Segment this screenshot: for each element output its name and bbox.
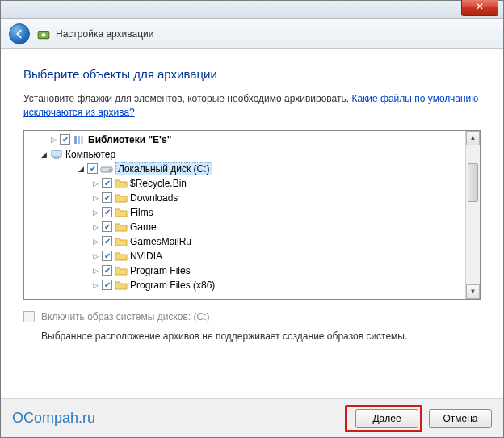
tree-node-drive[interactable]: ◢ ✔ Локальный диск (C:)	[24, 162, 465, 176]
checkbox[interactable]: ✔	[102, 251, 112, 261]
instruction-text: Установите флажки для элементов, которые…	[23, 92, 481, 120]
expander-icon[interactable]: ▷	[90, 179, 100, 188]
tree-container: ▷ ✔ Библиотеки "E's" ◢ Компьютер ◢	[23, 130, 481, 300]
expander-icon[interactable]: ▷	[90, 237, 100, 246]
node-label: $Recycle.Bin	[130, 178, 187, 189]
expander-icon[interactable]: ▷	[90, 222, 100, 232]
tree-view[interactable]: ▷ ✔ Библиотеки "E's" ◢ Компьютер ◢	[24, 131, 465, 299]
system-image-option: Включить образ системы дисков: (C:)	[23, 311, 481, 322]
tree-node-libraries[interactable]: ▷ ✔ Библиотеки "E's"	[24, 133, 465, 147]
node-label: Game	[130, 221, 157, 233]
svg-rect-3	[78, 136, 80, 144]
folder-icon	[115, 264, 128, 277]
expander-icon[interactable]: ▷	[90, 193, 100, 203]
expander-icon[interactable]: ▷	[48, 135, 58, 145]
node-label: Компьютер	[65, 149, 116, 160]
svg-rect-5	[52, 150, 61, 157]
expander-icon[interactable]: ▷	[90, 280, 100, 290]
tree-node-folder[interactable]: ▷ ✔ Downloads	[24, 191, 465, 205]
node-label: Downloads	[130, 192, 178, 204]
option-label: Включить образ системы дисков: (C:)	[41, 311, 210, 322]
checkbox[interactable]: ✔	[102, 280, 112, 290]
content-area: Выберите объекты для архивации Установит…	[1, 49, 503, 342]
folder-icon	[115, 250, 128, 263]
folder-icon	[115, 206, 128, 219]
tree-node-folder[interactable]: ▷ ✔ NVIDIA	[24, 249, 465, 263]
folder-icon	[115, 221, 128, 234]
checkbox[interactable]: ✔	[87, 163, 98, 174]
expander-icon[interactable]: ◢	[39, 150, 48, 159]
titlebar: ✕	[1, 1, 503, 19]
scroll-thumb[interactable]	[468, 163, 478, 202]
node-label: Program Files	[130, 265, 191, 276]
checkbox-disabled	[23, 311, 35, 322]
scrollbar[interactable]: ▲ ▼	[465, 131, 480, 299]
expander-icon[interactable]: ▷	[90, 266, 100, 276]
node-label: NVIDIA	[130, 251, 162, 262]
svg-rect-2	[74, 136, 77, 144]
svg-point-8	[109, 169, 111, 171]
footer-bar: OCompah.ru Далее Отмена	[1, 398, 503, 437]
scroll-down-button[interactable]: ▼	[466, 284, 480, 299]
close-button[interactable]: ✕	[461, 0, 498, 16]
header-title: Настройка архивации	[56, 28, 154, 40]
checkbox[interactable]: ✔	[102, 265, 112, 276]
node-label: GamesMailRu	[130, 236, 191, 247]
folder-icon	[115, 192, 128, 204]
libraries-icon	[73, 133, 86, 146]
tree-node-folder[interactable]: ▷ ✔ Films	[24, 205, 465, 220]
node-label: Локальный диск (C:)	[116, 162, 212, 175]
checkbox[interactable]: ✔	[102, 236, 112, 246]
backup-config-icon	[36, 27, 51, 41]
warning-text: Выбранное расположение архивов не поддер…	[23, 331, 481, 342]
drive-icon	[100, 162, 113, 175]
tree-node-folder[interactable]: ▷ ✔ Game	[24, 220, 465, 234]
tree-node-folder[interactable]: ▷ ✔ Program Files	[24, 263, 465, 278]
wizard-window: ✕ Настройка архивации Выберите объекты д…	[0, 0, 504, 438]
watermark: OCompah.ru	[12, 410, 95, 427]
tree-node-folder[interactable]: ▷ ✔ GamesMailRu	[24, 234, 465, 249]
tree-node-computer[interactable]: ◢ Компьютер	[24, 147, 465, 162]
next-button[interactable]: Далее	[355, 409, 418, 428]
computer-icon	[50, 148, 63, 161]
checkbox[interactable]: ✔	[102, 192, 112, 203]
checkbox[interactable]: ✔	[102, 207, 112, 217]
instruction-label: Установите флажки для элементов, которые…	[23, 93, 351, 104]
folder-icon	[115, 279, 128, 292]
header-bar: Настройка архивации	[1, 19, 503, 49]
page-title: Выберите объекты для архивации	[23, 67, 481, 81]
svg-point-1	[42, 32, 46, 36]
checkbox[interactable]: ✔	[102, 221, 112, 232]
node-label: Program Files (x86)	[130, 280, 215, 291]
checkbox[interactable]: ✔	[60, 134, 70, 145]
arrow-left-icon	[14, 28, 25, 40]
expander-icon[interactable]: ◢	[76, 164, 86, 174]
close-icon: ✕	[476, 1, 484, 12]
checkbox[interactable]: ✔	[102, 178, 112, 188]
svg-rect-6	[54, 158, 59, 159]
expander-icon[interactable]: ▷	[90, 208, 100, 217]
cancel-button[interactable]: Отмена	[429, 409, 492, 428]
node-label: Films	[130, 207, 153, 218]
scroll-up-button[interactable]: ▲	[466, 131, 480, 145]
back-button[interactable]	[9, 23, 30, 44]
folder-icon	[115, 235, 128, 248]
highlight-box: Далее	[345, 405, 422, 432]
expander-icon[interactable]: ▷	[90, 251, 100, 261]
folder-icon	[115, 177, 128, 190]
tree-node-folder[interactable]: ▷ ✔ Program Files (x86)	[24, 278, 465, 293]
node-label: Библиотеки "E's"	[88, 134, 171, 145]
svg-rect-4	[81, 136, 83, 144]
tree-node-folder[interactable]: ▷ ✔ $Recycle.Bin	[24, 176, 465, 191]
